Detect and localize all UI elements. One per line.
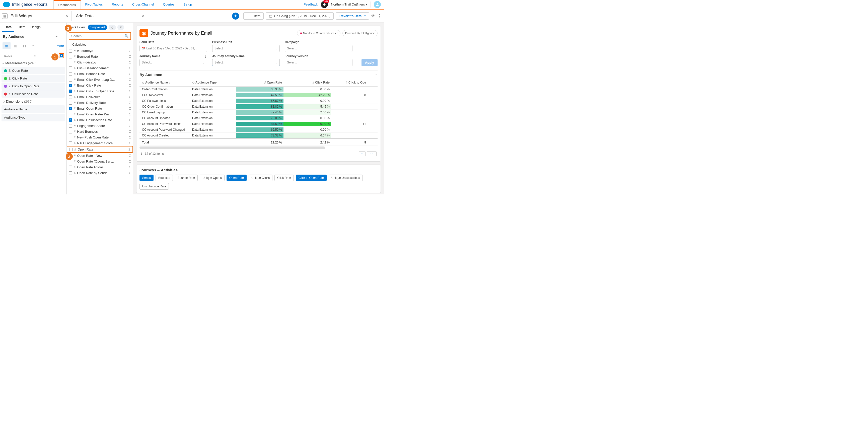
metric-chip[interactable]: Bounces	[156, 175, 173, 181]
calc-field-item[interactable]: #Clic - DésabonnementΣ	[67, 65, 133, 71]
col-click-to-open[interactable]: #Click to Ope	[331, 80, 368, 85]
top-tab-cross-channel[interactable]: Cross-Channel	[128, 0, 159, 9]
calc-field-item[interactable]: #New Push Open RateΣ	[67, 134, 133, 140]
calc-field-item[interactable]: #Open Rate - NewΣ	[67, 153, 133, 159]
sub-tab-design[interactable]: Design	[28, 23, 43, 32]
top-tab-reports[interactable]: Reports	[107, 0, 128, 9]
visibility-icon[interactable]: 👁	[371, 14, 375, 18]
send-date-select[interactable]: 📅 Last 30 Days (Dec 2, 2022 - Dec 31, ..…	[140, 45, 207, 52]
metric-chip[interactable]: Unique Opens	[200, 175, 224, 181]
calc-field-item[interactable]: #Bounced RateΣ	[67, 54, 133, 59]
chart-type-bar[interactable]: ▮▮	[21, 42, 29, 49]
pager-collapse-icon[interactable]: ↔	[359, 151, 366, 156]
table-row[interactable]: CC Account Password Changed Data Extensi…	[140, 127, 377, 133]
revert-button[interactable]: Revert to Default	[336, 12, 369, 20]
table-row[interactable]: CC Account Created Data Extension 73.33 …	[140, 133, 377, 138]
metric-chip[interactable]: Bounce Rate	[175, 175, 198, 181]
metric-chip[interactable]: Open Rate	[226, 175, 247, 181]
journey-version-select[interactable]: Select..⌄	[285, 59, 352, 66]
top-tab-setup[interactable]: Setup	[179, 0, 196, 9]
close-edit-widget-icon[interactable]: ×	[64, 13, 70, 19]
metric-chip[interactable]: Unique Clicks	[249, 175, 273, 181]
col-audience-type[interactable]: ◇Audience Type	[191, 80, 236, 85]
calc-field-item[interactable]: #Hard BouncesΣ	[67, 129, 133, 134]
metric-chip[interactable]: Unsubscribe Rate	[140, 183, 169, 190]
dimension-item[interactable]: Audience Name	[1, 105, 65, 113]
feedback-link[interactable]: Feedback	[304, 2, 318, 6]
top-tab-queries[interactable]: Queries	[159, 0, 179, 9]
table-row[interactable]: CC Account Password Reset Data Extension…	[140, 121, 377, 127]
date-range-selector[interactable]: On Going (Jan 1, 2019 - Dec 31, 2022)	[266, 12, 334, 20]
calc-field-item[interactable]: #Email Open RateΣ	[67, 105, 133, 112]
calc-field-item[interactable]: #Email Open Rate- KrisΣ	[67, 112, 133, 117]
chart-type-table[interactable]: ▦	[2, 42, 10, 49]
notifications-icon[interactable]: 99+	[321, 1, 328, 8]
col-click-rate[interactable]: #Click Rate	[283, 80, 331, 85]
campaign-select[interactable]: Select..⌄	[285, 45, 352, 52]
calc-field-item[interactable]: #Clic - désaboΣ	[67, 59, 133, 65]
calc-field-item[interactable]: #Open Rate by SendsΣ	[67, 170, 133, 176]
metric-chip[interactable]: Unique Unsubscribes	[329, 175, 363, 181]
calc-field-item[interactable]: #Email Bounce RateΣ	[67, 71, 133, 77]
monitor-command-center-button[interactable]: ✱Monitor in Command Center	[297, 30, 340, 36]
add-field-button[interactable]: +	[59, 53, 64, 58]
dimension-item[interactable]: Audience Type	[1, 114, 65, 121]
metric-chip[interactable]: Click Rate	[274, 175, 294, 181]
search-input[interactable]: Search... 🔍	[69, 32, 131, 40]
table-row[interactable]: ECS Newsletter Data Extension 47.59 % 42…	[140, 92, 377, 98]
measurement-item[interactable]: ΣClick to Open Rate	[1, 83, 65, 90]
business-unit-select[interactable]: Select..⌄	[212, 45, 280, 52]
org-selector[interactable]: Northern Trail Outfitters ▾	[331, 2, 368, 6]
table-row[interactable]: CC Email Signup Data Extension 42.46 % 2…	[140, 109, 377, 116]
dimension-filter-chip[interactable]: ◇	[108, 25, 116, 30]
calc-field-item[interactable]: #Email Unsubscribe RateΣ	[67, 117, 133, 123]
widget-more-icon[interactable]: ⋮	[60, 35, 63, 39]
chart-type-grid[interactable]: ▥	[11, 42, 20, 49]
table-row[interactable]: CC Passwordless Data Extension 66.67 % 0…	[140, 98, 377, 104]
avatar[interactable]	[374, 1, 381, 8]
sub-tab-filters[interactable]: Filters	[14, 23, 28, 32]
visibility-toggle-icon[interactable]: 👁	[55, 35, 58, 39]
col-open-rate[interactable]: #Open Rate	[236, 80, 283, 85]
add-button[interactable]: +	[232, 12, 239, 20]
calculated-group[interactable]: ⌄ Calculated	[67, 41, 133, 48]
measurement-item[interactable]: ΣUnsubscribe Rate	[1, 90, 65, 98]
measurements-header: # Measurements (4/40)	[0, 60, 66, 66]
calc-field-item[interactable]: #NTO Engagement ScoreΣ	[67, 140, 133, 146]
calc-field-item[interactable]: #Open RateΣ	[67, 146, 133, 153]
table-row[interactable]: CC Account Updated Data Extension 75.00 …	[140, 116, 377, 121]
journey-name-select[interactable]: Select..⌄	[140, 59, 207, 66]
journey-activity-select[interactable]: Select..⌄	[212, 59, 280, 66]
edit-widget-panel: DataFiltersDesign By Audience 👁 ⋮ ▦ ▥ ▮▮…	[0, 23, 67, 194]
table-row[interactable]: CC Order Confirmation Data Extension 81.…	[140, 104, 377, 109]
calc-field-item[interactable]: #Email Click To Open RateΣ	[67, 88, 133, 94]
calc-field-item[interactable]: #Email Click RateΣ	[67, 83, 133, 88]
calc-field-item[interactable]: #Engagement ScoreΣ	[67, 123, 133, 129]
col-audience-name[interactable]: ◇Audience Name ↓	[141, 80, 191, 85]
calc-field-item[interactable]: #Open Rate (Opens/Sen...Σ	[67, 159, 133, 164]
filters-button[interactable]: Filters	[243, 12, 264, 20]
top-tab-dashboards[interactable]: Dashboards	[54, 0, 81, 9]
measurement-filter-chip[interactable]: #	[117, 25, 124, 30]
calc-field-item[interactable]: #Open Rate AdidasΣ	[67, 164, 133, 170]
metric-chip[interactable]: Click to Open Rate	[296, 175, 327, 181]
top-tab-pivot-tables[interactable]: Pivot Tables	[81, 0, 107, 9]
suggested-chip[interactable]: Suggested	[88, 25, 107, 30]
metric-chip[interactable]: Sends	[140, 175, 154, 181]
calc-field-item[interactable]: #Email DeliveriesΣ	[67, 94, 133, 100]
apply-button[interactable]: Apply	[362, 59, 377, 66]
close-add-data-icon[interactable]: ×	[140, 13, 146, 19]
table-row[interactable]: Order Confirmation Data Extension 33.33 …	[140, 87, 377, 92]
sub-tab-data[interactable]: Data	[2, 23, 14, 32]
more-menu-icon[interactable]: ⋮	[377, 13, 382, 19]
horizontal-scrollbar[interactable]	[140, 147, 325, 149]
chart-type-line[interactable]: 〰	[30, 42, 38, 49]
measurement-item[interactable]: ΣOpen Rate	[1, 67, 65, 74]
more-chart-types[interactable]: More	[57, 44, 64, 48]
calc-field-item[interactable]: ## JourneysΣ	[67, 48, 133, 54]
measurement-item[interactable]: ΣClick Rate	[1, 75, 65, 82]
table-filter-icon[interactable]: ⏦	[376, 73, 377, 76]
pager-next-icon[interactable]: →←	[367, 151, 377, 156]
calc-field-item[interactable]: #Email Click Event Lag D...Σ	[67, 77, 133, 83]
calc-field-item[interactable]: #Email Delivery RateΣ	[67, 100, 133, 105]
